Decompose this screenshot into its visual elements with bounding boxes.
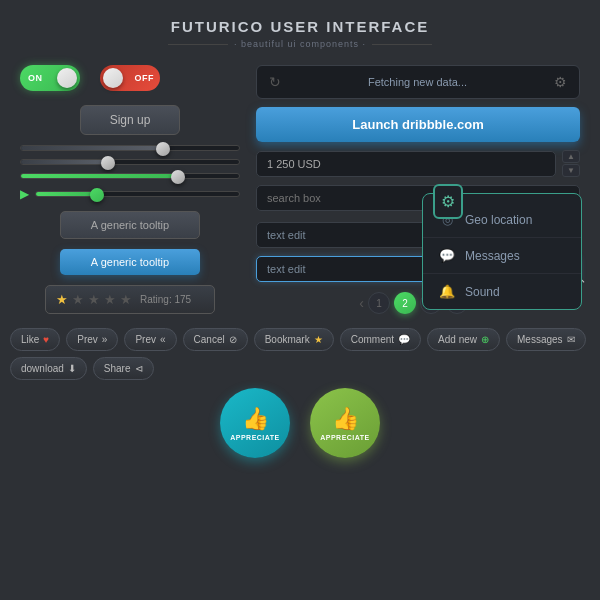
appreciate-teal-button[interactable]: 👍 APPRECIATE — [220, 388, 290, 458]
heart-icon: ♥ — [43, 334, 49, 345]
amount-input[interactable] — [256, 151, 556, 177]
dropdown-gear-button[interactable]: ⚙ — [433, 184, 463, 219]
toggle-on-knob — [57, 68, 77, 88]
play-icon[interactable]: ▶ — [20, 187, 29, 201]
slider-thumb-1[interactable] — [156, 142, 170, 156]
slider-track-2[interactable] — [20, 159, 240, 165]
slider-thumb-2[interactable] — [101, 156, 115, 170]
slider-row-2 — [20, 159, 240, 165]
download-icon: ⬇ — [68, 363, 76, 374]
gear-icon[interactable]: ⚙ — [554, 74, 567, 90]
divider-line-left — [168, 44, 228, 45]
star-3[interactable]: ★ — [88, 292, 100, 307]
toggle-on[interactable]: ON — [20, 65, 80, 91]
appreciate-teal-label: APPRECIATE — [230, 434, 280, 441]
header-divider: · beautiful ui components · — [0, 39, 600, 49]
spinner-control: ▲ ▼ — [562, 150, 580, 177]
toggle-on-label: ON — [28, 73, 43, 83]
geo-location-label: Geo location — [465, 213, 532, 227]
fetch-text: Fetching new data... — [368, 76, 467, 88]
spinner-down[interactable]: ▼ — [562, 164, 580, 177]
slider-track-3[interactable] — [20, 173, 240, 179]
toggle-off-label: OFF — [135, 73, 155, 83]
slider-fill-4 — [36, 192, 97, 196]
star-2[interactable]: ★ — [72, 292, 84, 307]
messages-label: Messages — [465, 249, 520, 263]
messages-button[interactable]: Messages ✉ — [506, 328, 586, 351]
action-buttons-section: Like ♥ Prev » Prev « Cancel ⊘ Bookmark ★… — [0, 328, 600, 380]
divider-line-right — [372, 44, 432, 45]
slider-row-4: ▶ — [20, 187, 240, 201]
messages-btn-label: Messages — [517, 334, 563, 345]
slider-row-1 — [20, 145, 240, 151]
comment-icon: 💬 — [398, 334, 410, 345]
star-5[interactable]: ★ — [120, 292, 132, 307]
add-new-button[interactable]: Add new ⊕ — [427, 328, 500, 351]
plus-icon: ⊕ — [481, 334, 489, 345]
header-subtitle: · beautiful ui components · — [234, 39, 366, 49]
comment-button[interactable]: Comment 💬 — [340, 328, 421, 351]
slider-track-1[interactable] — [20, 145, 240, 151]
prev-back-button[interactable]: Prev « — [124, 328, 176, 351]
chevron-left-icon: « — [160, 334, 166, 345]
tooltip-blue-button[interactable]: A generic tooltip — [60, 249, 200, 275]
like-label: Like — [21, 334, 39, 345]
page-title: FUTURICO USER INTERFACE — [0, 18, 600, 35]
signup-button[interactable]: Sign up — [80, 105, 180, 135]
rating-text: Rating: 175 — [140, 294, 191, 305]
share-icon: ⊲ — [135, 363, 143, 374]
appreciate-row: 👍 APPRECIATE 👍 APPRECIATE — [0, 388, 600, 458]
toggle-off-knob — [103, 68, 123, 88]
page-btn-2[interactable]: 2 — [394, 292, 416, 314]
toggle-off[interactable]: OFF — [100, 65, 160, 91]
like-button[interactable]: Like ♥ — [10, 328, 60, 351]
share-button[interactable]: Share ⊲ — [93, 357, 154, 380]
amount-row: ▲ ▼ — [256, 150, 580, 177]
refresh-icon[interactable]: ↻ — [269, 74, 281, 90]
messages-icon: 💬 — [439, 248, 455, 263]
fetch-bar: ↻ Fetching new data... ⚙ — [256, 65, 580, 99]
slider-fill-3 — [21, 174, 178, 178]
slider-thumb-3[interactable] — [171, 170, 185, 184]
page-header: FUTURICO USER INTERFACE · beautiful ui c… — [0, 0, 600, 55]
slider-track-4[interactable] — [35, 191, 240, 197]
star-1[interactable]: ★ — [56, 292, 68, 307]
launch-button[interactable]: Launch dribbble.com — [256, 107, 580, 142]
sound-icon: 🔔 — [439, 284, 455, 299]
slider-thumb-4[interactable] — [90, 188, 104, 202]
sound-label: Sound — [465, 285, 500, 299]
bookmark-button[interactable]: Bookmark ★ — [254, 328, 334, 351]
dropdown-item-messages[interactable]: 💬 Messages — [423, 238, 581, 274]
thumbs-up-teal-icon: 👍 — [242, 406, 269, 432]
dropdown-header: ⚙ — [423, 194, 581, 202]
slider-row-3 — [20, 173, 240, 179]
star-4[interactable]: ★ — [104, 292, 116, 307]
left-panel: ON OFF Sign up — [20, 65, 240, 314]
cancel-button[interactable]: Cancel ⊘ — [183, 328, 248, 351]
prev-forward-button[interactable]: Prev » — [66, 328, 118, 351]
bookmark-label: Bookmark — [265, 334, 310, 345]
download-button[interactable]: download ⬇ — [10, 357, 87, 380]
prev-forward-label: Prev — [77, 334, 98, 345]
thumbs-up-green-icon: 👍 — [332, 406, 359, 432]
comment-label: Comment — [351, 334, 394, 345]
download-label: download — [21, 363, 64, 374]
share-label: Share — [104, 363, 131, 374]
appreciate-green-label: APPRECIATE — [320, 434, 370, 441]
toggles-row: ON OFF — [20, 65, 240, 91]
slider-group: ▶ — [20, 145, 240, 201]
cancel-label: Cancel — [194, 334, 225, 345]
dropdown-item-sound[interactable]: 🔔 Sound — [423, 274, 581, 309]
appreciate-green-button[interactable]: 👍 APPRECIATE — [310, 388, 380, 458]
page-btn-1[interactable]: 1 — [368, 292, 390, 314]
tooltip-gray-button[interactable]: A generic tooltip — [60, 211, 200, 239]
rating-bar: ★ ★ ★ ★ ★ Rating: 175 — [45, 285, 215, 314]
prev-back-label: Prev — [135, 334, 156, 345]
spinner-up[interactable]: ▲ — [562, 150, 580, 163]
prev-arrow[interactable]: ‹ — [359, 295, 364, 311]
star-icon: ★ — [314, 334, 323, 345]
slider-fill-2 — [21, 160, 108, 164]
slider-fill-1 — [21, 146, 163, 150]
chevron-right-icon: » — [102, 334, 108, 345]
add-new-label: Add new — [438, 334, 477, 345]
